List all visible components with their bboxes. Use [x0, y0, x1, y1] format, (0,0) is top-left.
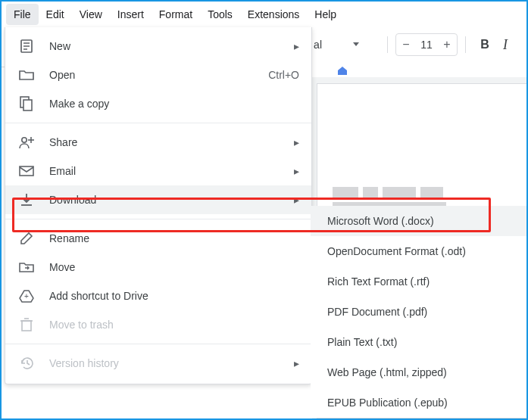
- download-epub[interactable]: EPUB Publication (.epub): [311, 387, 528, 418]
- menu-item-label: Move: [49, 261, 299, 273]
- toolbar-separator: [387, 36, 388, 53]
- menu-item-make-copy[interactable]: Make a copy: [5, 89, 311, 118]
- download-txt[interactable]: Plain Text (.txt): [311, 327, 528, 357]
- file-menu: New ▸ Open Ctrl+O Make a copy Share ▸ Em…: [5, 27, 312, 384]
- menu-format[interactable]: Format: [152, 4, 200, 25]
- menu-edit[interactable]: Edit: [39, 4, 72, 25]
- menu-item-label: Download: [49, 194, 294, 206]
- move-folder-icon: [17, 258, 36, 276]
- submenu-arrow-icon: ▸: [294, 40, 299, 52]
- menu-item-label: Share: [49, 136, 294, 148]
- trash-icon: [17, 316, 36, 334]
- menubar: File Edit View Insert Format Tools Exten…: [2, 2, 526, 28]
- copy-icon: [17, 95, 36, 113]
- menu-item-version-history[interactable]: Version history ▸: [5, 349, 311, 378]
- svg-rect-13: [22, 321, 31, 331]
- menu-help[interactable]: Help: [307, 4, 344, 25]
- pencil-icon: [17, 229, 36, 247]
- indent-marker-icon[interactable]: [338, 67, 347, 76]
- menu-item-move-to-trash: Move to trash: [5, 310, 311, 339]
- font-size-value[interactable]: 11: [416, 39, 437, 51]
- menu-item-label: Make a copy: [49, 98, 299, 110]
- submenu-item-label: EPUB Publication (.epub): [327, 397, 448, 409]
- menu-view[interactable]: View: [72, 4, 110, 25]
- download-docx[interactable]: Microsoft Word (.docx): [311, 206, 528, 236]
- submenu-arrow-icon: ▸: [294, 136, 299, 148]
- menu-tools[interactable]: Tools: [200, 4, 240, 25]
- submenu-arrow-icon: ▸: [294, 357, 299, 369]
- download-pdf[interactable]: PDF Document (.pdf): [311, 297, 528, 327]
- blurred-text: [333, 187, 443, 198]
- folder-icon: [17, 66, 36, 84]
- submenu-item-label: Plain Text (.txt): [327, 336, 397, 348]
- svg-rect-9: [20, 166, 33, 176]
- font-family-label: al: [314, 39, 322, 51]
- drive-shortcut-icon: +: [17, 287, 36, 305]
- menu-item-download[interactable]: Download ▸: [5, 185, 311, 214]
- menu-item-shortcut: Ctrl+O: [268, 69, 299, 81]
- submenu-item-label: Rich Text Format (.rtf): [327, 275, 430, 288]
- email-icon: [17, 162, 36, 180]
- bold-button[interactable]: B: [473, 38, 496, 51]
- italic-button[interactable]: I: [496, 37, 514, 53]
- menu-extensions[interactable]: Extensions: [240, 4, 307, 25]
- menu-item-share[interactable]: Share ▸: [5, 128, 311, 157]
- menu-insert[interactable]: Insert: [110, 4, 152, 25]
- menu-item-move[interactable]: Move: [5, 253, 311, 282]
- menu-item-open[interactable]: Open Ctrl+O: [5, 61, 311, 89]
- menu-item-label: Version history: [49, 357, 294, 369]
- menu-divider: [5, 219, 311, 219]
- menu-item-label: Add shortcut to Drive: [49, 290, 299, 302]
- download-icon: [17, 191, 36, 209]
- font-size-stepper[interactable]: − 11 +: [395, 33, 458, 56]
- history-icon: [17, 354, 36, 372]
- font-size-decrease[interactable]: −: [396, 35, 416, 54]
- menu-item-email[interactable]: Email ▸: [5, 157, 311, 185]
- submenu-arrow-icon: ▸: [294, 194, 299, 206]
- menu-divider: [5, 344, 311, 344]
- download-rtf[interactable]: Rich Text Format (.rtf): [311, 266, 528, 297]
- svg-text:+: +: [24, 292, 29, 300]
- submenu-item-label: OpenDocument Format (.odt): [327, 245, 466, 257]
- font-size-increase[interactable]: +: [437, 35, 457, 54]
- menu-item-label: Open: [49, 69, 268, 81]
- svg-point-6: [22, 138, 27, 142]
- download-submenu: Microsoft Word (.docx) OpenDocument Form…: [311, 206, 528, 418]
- toolbar-separator: [465, 36, 466, 53]
- menu-file[interactable]: File: [6, 4, 39, 25]
- submenu-arrow-icon: ▸: [294, 165, 299, 177]
- download-odt[interactable]: OpenDocument Format (.odt): [311, 236, 528, 266]
- menu-item-label: Move to trash: [49, 319, 299, 331]
- font-family-dropdown[interactable]: al: [308, 33, 380, 56]
- menu-divider: [5, 123, 311, 123]
- submenu-item-label: PDF Document (.pdf): [327, 306, 427, 318]
- menu-item-new[interactable]: New ▸: [5, 32, 311, 61]
- menu-item-rename[interactable]: Rename: [5, 224, 311, 253]
- menu-item-label: Email: [49, 165, 294, 177]
- app-window: File Edit View Insert Format Tools Exten…: [0, 0, 528, 420]
- menu-item-label: New: [49, 40, 294, 52]
- svg-rect-5: [23, 100, 32, 110]
- submenu-item-label: Microsoft Word (.docx): [327, 215, 434, 227]
- chevron-down-icon: [352, 41, 373, 48]
- download-html[interactable]: Web Page (.html, zipped): [311, 357, 528, 387]
- submenu-item-label: Web Page (.html, zipped): [327, 366, 447, 378]
- menu-item-label: Rename: [49, 232, 299, 244]
- ruler: [312, 67, 526, 77]
- menu-item-add-shortcut[interactable]: + Add shortcut to Drive: [5, 282, 311, 310]
- share-icon: [17, 133, 36, 151]
- document-icon: [17, 37, 36, 55]
